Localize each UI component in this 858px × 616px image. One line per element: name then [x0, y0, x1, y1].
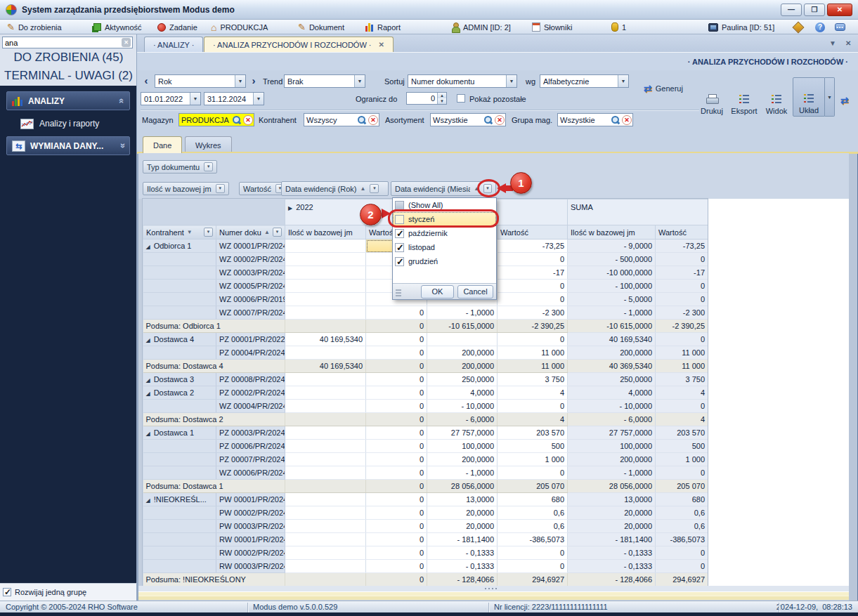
filter-dropdown-icon[interactable]: [216, 184, 225, 193]
value-cell[interactable]: 205 070: [656, 480, 708, 493]
show-rest-checkbox[interactable]: [457, 94, 465, 103]
value-cell[interactable]: 28 056,0000: [427, 480, 498, 493]
value-cell[interactable]: - 0,1333: [427, 546, 498, 560]
kontrahent-cell[interactable]: [143, 306, 216, 320]
value-cell[interactable]: 0: [366, 413, 427, 426]
document-number-cell[interactable]: WZ 00002/PR/2024: [216, 253, 285, 266]
value-cell[interactable]: 200,0000: [427, 360, 498, 373]
print-button[interactable]: Drukuj: [696, 77, 728, 117]
magazyn-lookup[interactable]: PRODUKCJA: [178, 113, 254, 126]
value-cell[interactable]: -2 390,25: [498, 320, 568, 333]
value-cell[interactable]: 0: [366, 360, 427, 373]
clear-filter-icon[interactable]: [622, 115, 632, 125]
field-chip-typ-dokumentu[interactable]: Typ dokumentu: [143, 160, 217, 173]
value-cell[interactable]: 200,0000: [568, 346, 656, 360]
value-cell[interactable]: 205 070: [498, 480, 568, 493]
value-cell[interactable]: 13,0000: [427, 493, 498, 506]
value-cell[interactable]: [285, 293, 366, 306]
document-number-cell[interactable]: WZ 00007/PR/2024: [216, 306, 285, 320]
value-cell[interactable]: [285, 266, 366, 280]
value-cell[interactable]: 27 757,0000: [427, 426, 498, 440]
value-cell[interactable]: 0: [366, 520, 427, 533]
value-cell[interactable]: 0,6: [656, 520, 708, 533]
filter-list-item[interactable]: grudzień: [393, 254, 496, 268]
expand-icon[interactable]: «: [119, 140, 124, 151]
value-cell[interactable]: 0: [366, 373, 427, 386]
value-cell[interactable]: [285, 453, 366, 466]
menu-item-do-zrobienia[interactable]: ✎Do zrobienia: [7, 21, 62, 33]
ok-button[interactable]: OK: [421, 285, 454, 299]
value-cell[interactable]: 500: [656, 440, 708, 453]
menu-item-admin[interactable]: ADMIN [ID: 2]: [451, 21, 511, 33]
trend-combo[interactable]: Brak: [284, 74, 365, 88]
value-cell[interactable]: 0: [366, 560, 427, 573]
chevron-down-icon[interactable]: [618, 75, 628, 87]
subheader-ilosc[interactable]: Ilość w bazowej jm: [568, 225, 656, 240]
kontrahent-cell[interactable]: [143, 293, 216, 306]
search-icon[interactable]: [483, 115, 494, 125]
view-button[interactable]: Widok: [760, 77, 793, 117]
minimize-button[interactable]: —: [781, 4, 802, 16]
value-cell[interactable]: -10 615,0000: [427, 320, 498, 333]
value-cell[interactable]: 0: [366, 426, 427, 440]
value-cell[interactable]: 100,0000: [427, 440, 498, 453]
value-cell[interactable]: 3 750: [498, 373, 568, 386]
value-cell[interactable]: 0: [366, 453, 427, 466]
wg-combo[interactable]: Alfabetycznie: [540, 74, 629, 88]
group-expand-icon[interactable]: ◢: [146, 391, 150, 397]
document-number-cell[interactable]: WZ 00003/PR/2024: [216, 266, 285, 280]
value-cell[interactable]: 0: [366, 546, 427, 560]
value-cell[interactable]: -10 000,0000: [568, 266, 656, 280]
value-cell[interactable]: -73,25: [498, 240, 568, 253]
clear-search-icon[interactable]: ✕: [122, 38, 131, 47]
sidebar-group-analizy[interactable]: ANALIZY «: [6, 91, 130, 110]
menu-item-slowniki[interactable]: Słowniki: [532, 21, 572, 33]
value-cell[interactable]: 200,0000: [427, 346, 498, 360]
kontrahent-cell[interactable]: [143, 440, 216, 453]
value-cell[interactable]: 11 000: [656, 346, 708, 360]
filter-dropdown-icon[interactable]: [204, 228, 213, 237]
sort-combo[interactable]: Numer dokumentu: [408, 74, 517, 88]
kontrahent-cell[interactable]: [143, 346, 216, 360]
value-cell[interactable]: 0: [498, 560, 568, 573]
document-number-cell[interactable]: WZ 00004/PR/2024: [216, 400, 285, 413]
clear-filter-icon[interactable]: [495, 115, 505, 125]
kontrahent-cell[interactable]: ◢Dostawca 4: [143, 333, 216, 346]
close-button[interactable]: ✕: [827, 4, 852, 16]
value-cell[interactable]: 203 570: [656, 426, 708, 440]
value-cell[interactable]: [285, 426, 366, 440]
tab-list-dropdown-icon[interactable]: ▼: [829, 39, 836, 47]
help-button[interactable]: ?: [815, 21, 825, 33]
filter-list-item[interactable]: listopad: [393, 240, 496, 254]
next-period-button[interactable]: ›: [248, 74, 259, 88]
value-cell[interactable]: - 9,0000: [568, 240, 656, 253]
value-cell[interactable]: 4: [498, 386, 568, 400]
value-cell[interactable]: 0: [366, 480, 427, 493]
prev-period-button[interactable]: ‹: [141, 74, 152, 88]
chevron-down-icon[interactable]: [506, 75, 516, 87]
value-cell[interactable]: 0,6: [498, 506, 568, 520]
value-cell[interactable]: 0: [366, 333, 427, 346]
value-cell[interactable]: 13,0000: [568, 493, 656, 506]
value-cell[interactable]: 20,0000: [568, 506, 656, 520]
value-cell[interactable]: -2 300: [498, 306, 568, 320]
document-number-cell[interactable]: PW 00001/PR/2024: [216, 493, 285, 506]
generate-button[interactable]: ⇄Generuj: [644, 83, 683, 94]
value-cell[interactable]: 11 000: [498, 346, 568, 360]
value-cell[interactable]: [285, 240, 366, 253]
value-cell[interactable]: 27 757,0000: [568, 426, 656, 440]
kontrahent-cell[interactable]: [143, 506, 216, 520]
value-cell[interactable]: 0: [366, 493, 427, 506]
menu-item-aktywnosc[interactable]: Aktywność: [93, 21, 142, 33]
value-cell[interactable]: 0: [366, 440, 427, 453]
value-cell[interactable]: - 1,0000: [568, 306, 656, 320]
date-to-combo[interactable]: 31.12.2024: [204, 92, 264, 105]
value-cell[interactable]: - 128,4066: [427, 573, 498, 586]
kontrahent-cell[interactable]: ◢Dostawca 3: [143, 373, 216, 386]
expand-icon[interactable]: ▶: [288, 205, 292, 211]
close-tab-icon[interactable]: ✕: [379, 41, 384, 48]
document-number-cell[interactable]: RW 00003/PR/2024: [216, 560, 285, 573]
kontrahent-cell[interactable]: ◢Dostawca 2: [143, 386, 216, 400]
value-cell[interactable]: 1 000: [498, 453, 568, 466]
subheader-wartosc[interactable]: Wartość: [656, 225, 708, 240]
